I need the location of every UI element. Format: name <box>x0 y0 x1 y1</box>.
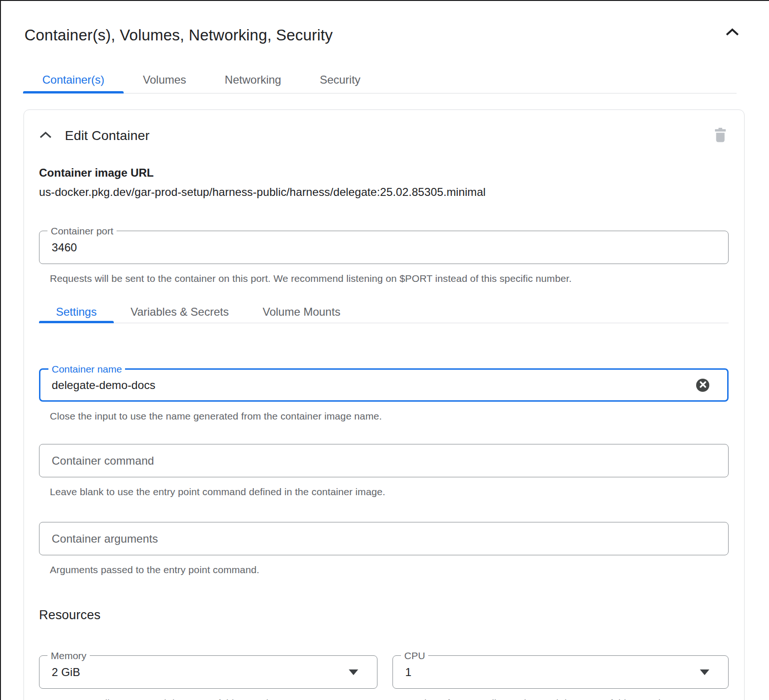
inner-tabbar: Settings Variables & Secrets Volume Moun… <box>39 301 729 323</box>
tab-security-label: Security <box>320 73 361 86</box>
page-header: Container(s), Volumes, Networking, Secur… <box>24 26 742 45</box>
tab-settings[interactable]: Settings <box>39 301 114 323</box>
tab-variables-secrets[interactable]: Variables & Secrets <box>114 301 246 323</box>
container-name-helper: Close the input to use the name generate… <box>50 409 729 423</box>
tab-volumes-label: Volumes <box>143 73 186 86</box>
cpu-select[interactable]: CPU 1 <box>392 655 729 689</box>
cpu-value: 1 <box>405 666 411 679</box>
memory-column: Memory 2 GiB Memory to allocate to each … <box>39 655 377 700</box>
top-tabbar: Container(s) Volumes Networking Security <box>23 66 737 93</box>
tab-containers[interactable]: Container(s) <box>23 66 124 93</box>
edit-container-card: Edit Container Container image URL us-do… <box>24 109 745 700</box>
container-port-label: Container port <box>47 226 117 236</box>
container-port-input[interactable]: Container port 3460 <box>39 231 729 264</box>
container-port-helper: Requests will be sent to the container o… <box>50 271 729 286</box>
chevron-up-icon <box>39 131 52 141</box>
resources-row: Memory 2 GiB Memory to allocate to each … <box>39 655 729 700</box>
cpu-column: CPU 1 Number of vCPUs allocated to each … <box>392 655 729 700</box>
chevron-up-icon <box>725 28 740 39</box>
clear-name-button[interactable] <box>696 379 709 392</box>
card-header: Edit Container <box>39 126 729 146</box>
container-arguments-placeholder: Container arguments <box>52 532 158 545</box>
container-name-input[interactable]: Container name delegate-demo-docs <box>39 368 729 402</box>
container-command-helper: Leave blank to use the entry point comma… <box>50 484 729 499</box>
trash-icon <box>714 128 727 144</box>
resources-heading: Resources <box>39 608 729 622</box>
tab-security[interactable]: Security <box>300 66 380 93</box>
container-image-url-label: Container image URL <box>39 166 729 179</box>
container-command-input[interactable]: Container command <box>39 444 729 477</box>
container-name-value: delegate-demo-docs <box>52 379 156 392</box>
container-arguments-input[interactable]: Container arguments <box>39 522 729 555</box>
card-title: Edit Container <box>65 128 149 143</box>
section-collapse-button[interactable] <box>723 26 742 40</box>
memory-value: 2 GiB <box>52 666 80 679</box>
tab-volume-mounts[interactable]: Volume Mounts <box>246 301 357 323</box>
caret-down-icon <box>700 669 709 675</box>
tab-settings-label: Settings <box>56 305 97 319</box>
tab-volume-mounts-label: Volume Mounts <box>263 305 340 319</box>
tab-volumes[interactable]: Volumes <box>124 66 205 93</box>
container-command-placeholder: Container command <box>52 454 154 467</box>
memory-select[interactable]: Memory 2 GiB <box>39 655 377 689</box>
tab-networking-label: Networking <box>225 73 281 86</box>
tab-variables-secrets-label: Variables & Secrets <box>131 305 229 319</box>
memory-helper: Memory to allocate to each instance of t… <box>50 696 377 700</box>
cpu-helper: Number of vCPUs allocated to each instan… <box>403 696 685 700</box>
container-image-url-value: us-docker.pkg.dev/gar-prod-setup/harness… <box>39 186 729 199</box>
container-name-label: Container name <box>48 364 125 374</box>
memory-label: Memory <box>47 650 90 661</box>
container-arguments-helper: Arguments passed to the entry point comm… <box>50 562 729 577</box>
caret-down-icon <box>349 669 358 675</box>
page-title: Container(s), Volumes, Networking, Secur… <box>24 26 333 45</box>
tab-networking[interactable]: Networking <box>205 66 300 93</box>
delete-container-button[interactable] <box>712 126 729 146</box>
x-icon <box>699 381 706 389</box>
tab-containers-label: Container(s) <box>42 73 104 86</box>
container-port-value: 3460 <box>52 241 77 254</box>
cpu-label: CPU <box>401 650 428 661</box>
card-collapse-button[interactable] <box>39 131 52 141</box>
